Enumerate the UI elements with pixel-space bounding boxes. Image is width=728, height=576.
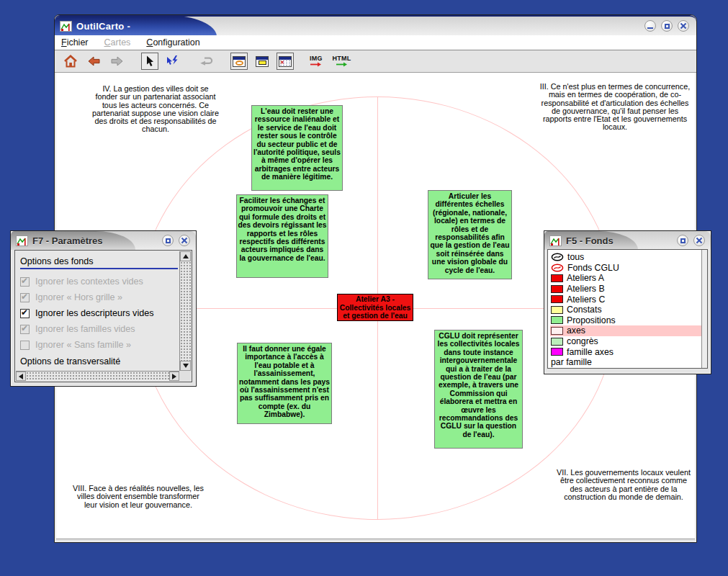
corner-text-iii: III. Ce n'est plus en termes de concurre… (537, 83, 693, 132)
fonds-item-ateliers-b[interactable]: Ateliers B (550, 284, 701, 294)
checkbox-icon (20, 277, 30, 287)
view-map-button[interactable] (230, 53, 248, 70)
fonds-title-tab[interactable]: F5 - Fonds (544, 231, 638, 250)
menu-fichier[interactable]: Fichier (61, 37, 89, 48)
color-swatch-icon (551, 348, 563, 356)
note-cglu-representer[interactable]: CGLU doit représenter les collectivités … (434, 330, 523, 449)
maximize-icon[interactable] (677, 235, 688, 246)
checkbox-row: Ignorer les contextes vides (20, 274, 179, 289)
scroll-left-button[interactable] (16, 372, 26, 381)
main-title-tab[interactable]: OutilCarto - (55, 15, 217, 35)
horizontal-scrollbar[interactable] (16, 371, 179, 381)
params-body: Options des fonds Ignorer les contextes … (14, 250, 192, 382)
fonds-item-propositions[interactable]: Propositions (550, 315, 701, 326)
color-swatch-icon (551, 285, 563, 293)
fonds-item-par-famille[interactable]: par famille (550, 357, 701, 368)
undo-icon (199, 57, 214, 66)
back-button[interactable] (85, 53, 102, 70)
params-title-tab[interactable]: F7 - Paramètres (11, 231, 135, 250)
view-grid-button[interactable] (277, 53, 294, 70)
menu-bar: Fichier Cartes Configuration (55, 35, 696, 50)
home-button[interactable] (62, 53, 79, 70)
color-swatch-icon (551, 306, 563, 314)
html-export-icon (336, 62, 348, 67)
arrow-right-icon (172, 374, 176, 379)
arrow-left-icon (19, 374, 23, 379)
scroll-down-button[interactable] (180, 361, 191, 371)
maximize-icon[interactable] (162, 235, 174, 246)
arrow-up-icon (183, 254, 189, 258)
ellipse-icon (551, 264, 564, 272)
ellipse-icon (551, 253, 564, 261)
close-icon[interactable] (693, 235, 705, 246)
view-grid-icon (279, 56, 292, 67)
params-window: F7 - Paramètres Options des fonds Ignore… (10, 230, 197, 387)
window-title: OutilCarto - (76, 21, 130, 32)
fonds-item-ateliers-a[interactable]: Ateliers A (550, 273, 701, 284)
checkbox-icon[interactable] (20, 309, 30, 318)
arrow-down-icon (183, 364, 189, 368)
window-controls (677, 235, 705, 246)
scroll-right-button[interactable] (169, 372, 179, 381)
link-cursor-icon (166, 55, 179, 67)
fonds-item-tous[interactable]: tous (550, 252, 701, 263)
fonds-item-label: congrès (567, 336, 598, 346)
undo-button (197, 53, 215, 70)
fonds-titlebar[interactable]: F5 - Fonds (544, 231, 711, 250)
export-html-button[interactable]: HTML (333, 55, 351, 67)
checkbox-icon (20, 293, 30, 302)
checkbox-label: Ignorer les descripteurs vides (35, 308, 154, 318)
close-icon[interactable] (678, 20, 689, 32)
img-export-icon (310, 62, 322, 67)
fonds-item-axes[interactable]: axes (550, 325, 701, 336)
view-map-icon (233, 56, 246, 67)
fonds-item-label: axes (567, 325, 585, 336)
checkbox-row: Ignorer les familles vides (20, 321, 179, 337)
home-icon (63, 55, 78, 68)
vertical-scrollbar[interactable] (179, 251, 191, 371)
view-legend-icon (256, 56, 269, 67)
app-icon (60, 21, 72, 32)
center-node-atelier-a3[interactable]: Atelier A3 - Collectivités locales et ge… (337, 294, 413, 321)
window-controls (162, 235, 190, 246)
window-title: F7 - Paramètres (32, 235, 103, 246)
checkbox-row[interactable]: Ignorer les descripteurs vides (20, 305, 179, 321)
fonds-item-fonds-cglu[interactable]: Fonds CGLU (550, 263, 701, 274)
fonds-item-label: Ateliers B (567, 284, 605, 294)
scroll-up-button[interactable] (180, 251, 191, 261)
export-img-button[interactable]: IMG (310, 55, 323, 67)
params-content: Options des fonds Ignorer les contextes … (16, 251, 179, 371)
menu-configuration[interactable]: Configuration (146, 37, 199, 48)
note-egale-importance[interactable]: Il faut donner une égale importance à l'… (237, 343, 332, 424)
select-cursor-icon (145, 55, 154, 67)
fonds-item-label: Constats (567, 305, 602, 315)
fonds-item-famille-axes[interactable]: famille axes (550, 346, 701, 357)
select-tool-button[interactable] (141, 53, 158, 70)
note-faciliter-echanges[interactable]: Faciliter les échanges et promouvoir une… (236, 194, 328, 278)
scroll-track[interactable] (180, 261, 191, 361)
fonds-item-label: Ateliers A (567, 273, 604, 283)
checkbox-icon (20, 325, 30, 334)
maximize-icon[interactable] (661, 20, 673, 32)
minimize-icon[interactable] (644, 20, 656, 32)
params-titlebar[interactable]: F7 - Paramètres (11, 231, 196, 250)
main-titlebar[interactable]: OutilCarto - (55, 15, 696, 35)
note-articuler-echelles[interactable]: Articuler les différentes échelles (régi… (428, 190, 512, 279)
view-legend-button[interactable] (253, 53, 271, 70)
desktop: { "desktop": { "bg": "#2a4598" }, "main_… (0, 0, 728, 576)
forward-icon (110, 56, 124, 66)
section-options-fonds: Options des fonds (20, 256, 178, 269)
vertical-scrollbar[interactable] (701, 250, 707, 368)
scroll-track[interactable] (26, 372, 169, 381)
forward-button (108, 53, 125, 70)
fonds-item-congres[interactable]: congrès (550, 336, 701, 347)
fonds-item-ateliers-c[interactable]: Ateliers C (550, 294, 701, 305)
close-icon[interactable] (179, 235, 190, 246)
link-tool-button[interactable] (164, 53, 181, 70)
window-controls (644, 20, 689, 32)
note-eau-ressource[interactable]: L'eau doit rester une ressource inaliéna… (251, 105, 343, 191)
fonds-item-label: Fonds CGLU (567, 263, 619, 273)
fonds-item-constats[interactable]: Constats (550, 305, 701, 315)
corner-text-iv: IV. La gestion des villes doit se fonder… (91, 85, 220, 134)
fonds-item-label: tous (567, 252, 584, 262)
